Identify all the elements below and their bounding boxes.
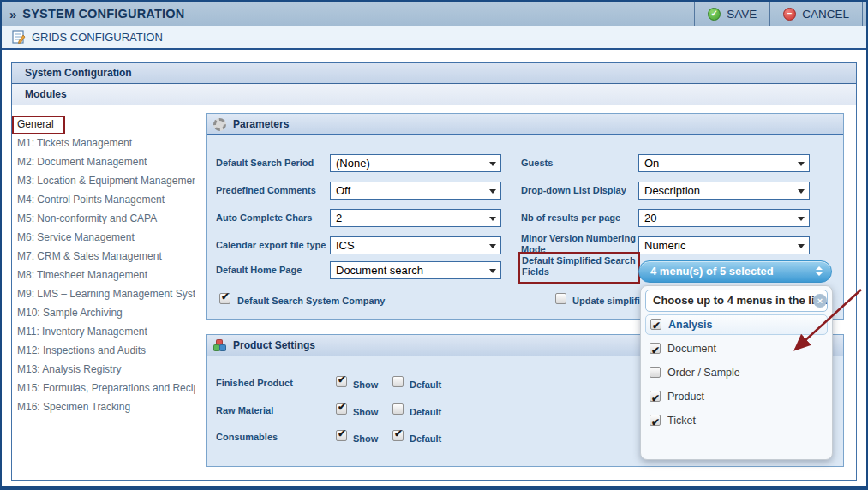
section-bar-modules: Modules <box>12 84 856 105</box>
popup-item-analysis[interactable]: ✔ Analysis <box>645 314 828 335</box>
select-arrow-icon <box>489 244 496 248</box>
row-label-consumables: Consumables <box>216 432 336 443</box>
close-icon[interactable]: × <box>813 294 827 308</box>
popup-item-ticket[interactable]: ✔ Ticket <box>645 410 828 431</box>
field-label-default-search-period: Default Search Period <box>216 158 327 169</box>
ticket-checkbox[interactable]: ✔ <box>650 415 661 426</box>
sidebar-item-m1[interactable]: M1: Tickets Management <box>12 134 195 152</box>
select-arrow-icon <box>798 217 805 221</box>
field-label-dropdown-list-display: Drop-down List Display <box>521 185 637 196</box>
popup-item-product[interactable]: ✔ Product <box>645 386 828 407</box>
consumables-show-label: Show <box>353 433 378 444</box>
page-title: SYSTEM CONFIGURATION <box>22 7 184 21</box>
cancel-button[interactable]: − CANCEL <box>769 2 863 26</box>
consumables-default-label: Default <box>410 433 441 444</box>
row-label-finished-product: Finished Product <box>216 378 336 389</box>
title-bar: » SYSTEM CONFIGURATION ✓ SAVE − CANCEL <box>2 2 866 26</box>
consumables-show-checkbox[interactable]: ✔ <box>336 430 347 441</box>
cubes-icon <box>213 339 227 352</box>
sidebar-item-m16[interactable]: M16: Specimen Tracking <box>12 397 195 416</box>
field-label-default-home-page: Default Home Page <box>216 265 327 276</box>
select-arrow-icon <box>489 189 496 194</box>
title-bar-actions: ✓ SAVE − CANCEL <box>694 2 866 26</box>
field-label-calendar-export-file-type: Calendar export file type <box>216 240 336 251</box>
sidebar-item-m7[interactable]: M7: CRM & Sales Management <box>12 247 195 266</box>
update-simplified-search-checkbox[interactable]: ✔ <box>555 293 566 304</box>
minor-version-numbering-mode-select[interactable]: Numeric <box>638 236 810 254</box>
field-label-default-simplified-search-fields: Default Simplified Search Fields <box>522 255 638 278</box>
sidebar-item-m8[interactable]: M8: Timesheet Management <box>12 266 195 284</box>
save-button[interactable]: ✓ SAVE <box>694 2 769 26</box>
product-checkbox[interactable]: ✔ <box>650 391 661 402</box>
document-checkbox[interactable]: ✔ <box>650 343 661 354</box>
dropdown-list-display-select[interactable]: Description <box>638 182 810 200</box>
field-label-guests: Guests <box>521 158 637 169</box>
parameters-panel-header: Parameters <box>207 114 843 135</box>
menus-multiselect-popup: Choose up to 4 menus in the list. × ✔ An… <box>640 285 833 460</box>
finished-product-show-checkbox[interactable]: ✔ <box>336 376 347 387</box>
sidebar-item-m5[interactable]: M5: Non-conformity and CAPA <box>12 209 195 228</box>
guests-select[interactable]: On <box>638 154 810 172</box>
sidebar-item-m13[interactable]: M13: Analysis Registry <box>12 360 195 379</box>
default-search-system-company-label: Default Search System Company <box>237 296 385 306</box>
section-bar-system-configuration: System Configuration <box>12 63 856 84</box>
sidebar-item-m2[interactable]: M2: Document Management <box>12 152 195 171</box>
select-arrow-icon <box>798 162 805 166</box>
raw-material-show-checkbox[interactable]: ✔ <box>336 403 347 415</box>
default-home-page-select[interactable]: Document search <box>330 261 501 279</box>
default-search-system-company-checkbox[interactable]: ✔ <box>219 293 230 304</box>
raw-material-default-checkbox[interactable]: ✔ <box>392 403 404 415</box>
save-check-icon: ✓ <box>708 8 721 21</box>
content-box: System Configuration Modules General M1:… <box>11 62 857 481</box>
sidebar-item-m4[interactable]: M4: Control Points Management <box>12 190 195 209</box>
predefined-comments-select[interactable]: Off <box>330 182 501 200</box>
default-simplified-search-fields-multiselect[interactable]: 4 menu(s) of 5 selected <box>638 260 832 283</box>
select-arrow-icon <box>489 162 496 166</box>
select-arrow-icon <box>489 217 496 221</box>
page-title-wrap: » SYSTEM CONFIGURATION <box>2 2 184 26</box>
field-label-auto-complete-chars: Auto Complete Chars <box>216 212 327 224</box>
raw-material-show-label: Show <box>353 407 378 417</box>
popup-item-document[interactable]: ✔ Document <box>645 338 828 359</box>
grids-configuration-bar: GRIDS CONFIGURATION <box>2 26 866 50</box>
sidebar-item-m9[interactable]: M9: LMS – Learning Management System <box>12 284 195 303</box>
subheader-title: GRIDS CONFIGURATION <box>32 31 163 44</box>
sidebar-item-general[interactable]: General <box>12 115 195 134</box>
field-label-predefined-comments: Predefined Comments <box>216 185 327 196</box>
sidebar-item-m15[interactable]: M15: Formulas, Preparations and Recipes <box>12 379 195 397</box>
sidebar-item-m6[interactable]: M6: Service Management <box>12 228 195 247</box>
consumables-default-checkbox[interactable]: ✔ <box>392 430 404 441</box>
raw-material-default-label: Default <box>410 407 441 417</box>
sidebar-item-m12[interactable]: M12: Inspections and Audits <box>12 341 195 360</box>
select-arrow-icon <box>798 189 805 194</box>
popup-item-order-sample[interactable]: ✔ Order / Sample <box>645 362 828 383</box>
order-sample-checkbox[interactable]: ✔ <box>650 367 661 378</box>
grid-edit-icon <box>12 30 26 45</box>
analysis-checkbox[interactable]: ✔ <box>650 319 661 330</box>
cancel-minus-icon: − <box>783 8 796 21</box>
select-arrow-icon <box>798 244 805 248</box>
gear-icon <box>213 118 226 131</box>
sidebar-item-m3[interactable]: M3: Location & Equipment Management <box>12 171 195 190</box>
nb-results-per-page-select[interactable]: 20 <box>638 209 810 227</box>
main-area: Parameters Default Search Period (None) … <box>195 107 856 480</box>
finished-product-show-label: Show <box>353 379 378 390</box>
multiselect-popup-header: Choose up to 4 menus in the list. <box>645 290 828 312</box>
updown-arrows-icon <box>816 266 823 276</box>
calendar-export-file-type-select[interactable]: ICS <box>330 236 501 254</box>
finished-product-default-checkbox[interactable]: ✔ <box>392 376 404 387</box>
finished-product-default-label: Default <box>410 379 441 390</box>
row-label-raw-material: Raw Material <box>216 405 336 416</box>
modules-sidebar: General M1: Tickets Management M2: Docum… <box>12 107 195 480</box>
field-label-nb-results-per-page: Nb of results per page <box>521 212 637 224</box>
breadcrumb-arrow-icon: » <box>9 8 16 21</box>
field-label-minor-version-numbering-mode: Minor Version Numbering Mode <box>521 233 643 255</box>
select-arrow-icon <box>489 269 496 273</box>
system-configuration-window: » SYSTEM CONFIGURATION ✓ SAVE − CANCEL G… <box>0 0 868 490</box>
sidebar-item-m10[interactable]: M10: Sample Archiving <box>12 303 195 322</box>
sidebar-item-m11[interactable]: M11: Inventory Management <box>12 322 195 341</box>
auto-complete-chars-select[interactable]: 2 <box>330 209 501 227</box>
default-search-period-select[interactable]: (None) <box>330 154 501 172</box>
